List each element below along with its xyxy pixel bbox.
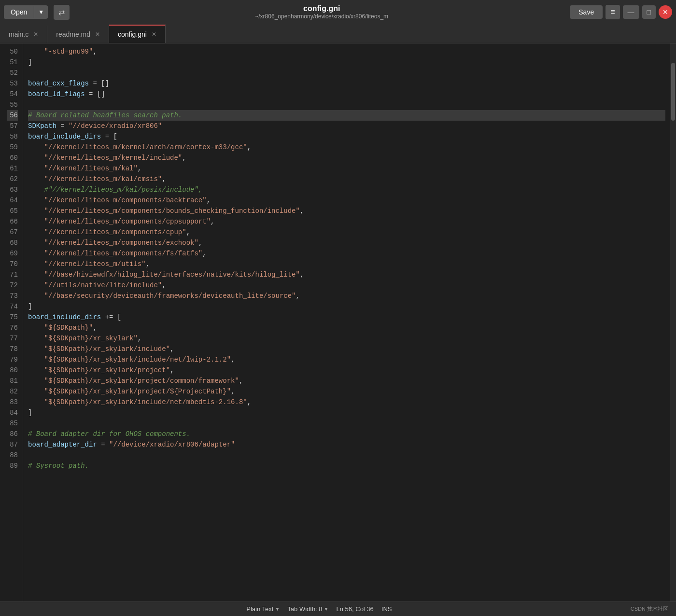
code-line-88 [28, 450, 665, 461]
watermark: CSDN·技术社区 [631, 606, 668, 612]
statusbar: Plain Text ▼ Tab Width: 8 ▼ Ln 56, Col 3… [0, 602, 676, 616]
tab-readme-md[interactable]: readme.md ✕ [47, 26, 109, 43]
close-button[interactable]: ✕ [659, 5, 672, 19]
code-line-77: "${SDKpath}/xr_skylark", [28, 333, 665, 344]
plain-text-dropdown-icon: ▼ [275, 606, 280, 612]
code-line-80: "${SDKpath}/xr_skylark/project", [28, 365, 665, 376]
tab-main-c[interactable]: main.c ✕ [0, 26, 47, 43]
code-line-54: board_ld_flags = [] [28, 89, 665, 99]
plain-text-selector[interactable]: Plain Text ▼ [246, 605, 280, 613]
code-line-81: "${SDKpath}/xr_skylark/project/common/fr… [28, 376, 665, 386]
titlebar-right: Save ≡ — □ ✕ [570, 5, 672, 19]
statusbar-right: CSDN·技术社区 [631, 605, 668, 613]
editor: 5051525354555657585960616263646566676869… [0, 43, 676, 602]
tab-width-label: Tab Width: 8 [287, 605, 322, 613]
tab-close-config-gni[interactable]: ✕ [152, 31, 156, 38]
position-indicator: Ln 56, Col 36 [336, 605, 373, 613]
scrollbar-track[interactable] [670, 43, 676, 602]
position-label: Ln 56, Col 36 [336, 605, 373, 613]
code-line-75: board_include_dirs += [ [28, 312, 665, 322]
titlebar: Open ▼ ⇄ config.gni ~/xr806_openharmony/… [0, 0, 676, 24]
code-line-78: "${SDKpath}/xr_skylark/include", [28, 344, 665, 354]
line-numbers: 5051525354555657585960616263646566676869… [0, 43, 23, 602]
code-line-53: board_cxx_flags = [] [28, 78, 665, 89]
pin-button[interactable]: ⇄ [54, 5, 70, 20]
code-line-79: "${SDKpath}/xr_skylark/include/net/lwip-… [28, 354, 665, 365]
code-line-82: "${SDKpath}/xr_skylark/project/${Project… [28, 386, 665, 397]
code-line-73: "//base/security/deviceauth/frameworks/d… [28, 291, 665, 301]
open-button[interactable]: Open [4, 5, 34, 19]
code-line-69: "//kernel/liteos_m/components/fs/fatfs", [28, 248, 665, 259]
ins-label: INS [381, 605, 392, 613]
menu-button[interactable]: ≡ [606, 5, 620, 19]
code-line-51: ] [28, 57, 665, 68]
minimize-button[interactable]: — [623, 5, 639, 19]
code-area[interactable]: "-std=gnu99",] board_cxx_flags = []board… [23, 43, 670, 602]
open-btn-group: Open ▼ [4, 5, 48, 19]
code-line-55 [28, 99, 665, 110]
code-line-63: #"//kernel/liteos_m/kal/posix/include", [28, 184, 665, 195]
code-line-87: board_adapter_dir = "//device/xradio/xr8… [28, 439, 665, 450]
tab-label-readme-md: readme.md [56, 30, 90, 38]
tab-width-dropdown-icon: ▼ [324, 606, 329, 612]
tab-close-main-c[interactable]: ✕ [33, 31, 38, 38]
maximize-button[interactable]: □ [642, 5, 656, 19]
code-line-67: "//kernel/liteos_m/components/cpup", [28, 227, 665, 238]
code-line-64: "//kernel/liteos_m/components/backtrace"… [28, 195, 665, 206]
tabbar: main.c ✕ readme.md ✕ config.gni ✕ [0, 24, 676, 43]
code-line-85 [28, 418, 665, 429]
code-line-86: # Board adapter dir for OHOS components. [28, 429, 665, 439]
scrollbar-thumb[interactable] [671, 63, 675, 121]
tab-width-selector[interactable]: Tab Width: 8 ▼ [287, 605, 328, 613]
tab-close-readme-md[interactable]: ✕ [95, 31, 100, 38]
code-line-65: "//kernel/liteos_m/components/bounds_che… [28, 206, 665, 216]
titlebar-path: ~/xr806_openharmony/device/xradio/xr806/… [73, 13, 570, 20]
code-line-72: "//utils/native/lite/include", [28, 280, 665, 291]
code-line-58: board_include_dirs = [ [28, 131, 665, 142]
titlebar-center: config.gni ~/xr806_openharmony/device/xr… [73, 4, 570, 20]
code-line-83: "${SDKpath}/xr_skylark/include/net/mbedt… [28, 397, 665, 407]
code-line-68: "//kernel/liteos_m/components/exchook", [28, 238, 665, 248]
code-line-70: "//kernel/liteos_m/utils", [28, 259, 665, 269]
ins-indicator: INS [381, 605, 392, 613]
tab-label-config-gni: config.gni [118, 30, 147, 38]
titlebar-filename: config.gni [73, 4, 570, 13]
code-line-89: # Sysroot path. [28, 461, 665, 471]
code-line-59: "//kernel/liteos_m/kernel/arch/arm/corte… [28, 142, 665, 153]
code-line-60: "//kernel/liteos_m/kernel/include", [28, 153, 665, 163]
code-line-74: ] [28, 301, 665, 312]
code-line-66: "//kernel/liteos_m/components/cppsupport… [28, 216, 665, 227]
code-line-57: SDKpath = "//device/xradio/xr806" [28, 121, 665, 131]
code-line-84: ] [28, 407, 665, 418]
plain-text-label: Plain Text [246, 605, 273, 613]
tab-config-gni[interactable]: config.gni ✕ [109, 25, 166, 43]
tab-label-main-c: main.c [9, 30, 28, 38]
open-dropdown-button[interactable]: ▼ [34, 6, 48, 18]
code-line-76: "${SDKpath}", [28, 322, 665, 333]
code-line-61: "//kernel/liteos_m/kal", [28, 163, 665, 174]
statusbar-center: Plain Text ▼ Tab Width: 8 ▼ Ln 56, Col 3… [246, 605, 392, 613]
code-line-56: # Board related headfiles search path. [28, 110, 665, 121]
code-line-71: "//base/hiviewdfx/hilog_lite/interfaces/… [28, 269, 665, 280]
pin-icon: ⇄ [58, 8, 65, 16]
code-line-62: "//kernel/liteos_m/kal/cmsis", [28, 174, 665, 184]
save-button[interactable]: Save [570, 5, 603, 19]
code-line-50: "-std=gnu99", [28, 46, 665, 57]
code-line-52 [28, 68, 665, 78]
